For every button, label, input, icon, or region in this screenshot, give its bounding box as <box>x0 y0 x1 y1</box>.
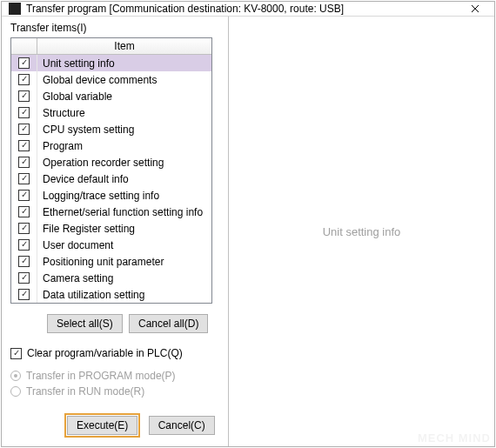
bottom-buttons: Execute(E) Cancel(C) <box>64 413 219 438</box>
row-check-cell <box>11 187 37 204</box>
transfer-items-label: Transfer items(I) <box>10 22 219 34</box>
row-item-label: Global device comments <box>37 74 211 86</box>
row-item-label: Program <box>37 140 211 152</box>
mode-run-label: Transfer in RUN mode(R) <box>26 385 144 398</box>
row-item-label: CPU system setting <box>37 124 211 136</box>
row-check-cell <box>11 104 37 121</box>
row-checkbox[interactable] <box>18 57 30 69</box>
close-button[interactable] <box>458 2 493 16</box>
table-row[interactable]: Positioning unit parameter <box>11 253 211 270</box>
row-checkbox[interactable] <box>18 289 30 300</box>
mode-program-row: Transfer in PROGRAM mode(P) <box>10 370 219 382</box>
items-grid: Item Unit setting infoGlobal device comm… <box>10 37 212 304</box>
table-row[interactable]: Operation recorder setting <box>11 154 211 171</box>
row-check-cell <box>11 71 37 88</box>
window: Transfer program [Communication destinat… <box>1 1 495 447</box>
watermark: MECH MIND <box>418 431 491 445</box>
mode-run-radio[interactable] <box>10 386 21 397</box>
close-icon <box>471 4 479 13</box>
mode-radios: Transfer in PROGRAM mode(P) Transfer in … <box>10 370 219 398</box>
table-row[interactable]: Global variable <box>11 88 211 104</box>
row-item-label: Ethernet/serial function setting info <box>37 206 211 218</box>
row-item-label: Positioning unit parameter <box>37 256 211 268</box>
table-row[interactable]: Global device comments <box>11 71 211 88</box>
clear-program-row[interactable]: Clear program/variable in PLC(Q) <box>10 347 219 359</box>
left-panel: Transfer items(I) Item Unit setting info… <box>2 17 228 446</box>
execute-button[interactable]: Execute(E) <box>67 416 137 435</box>
table-row[interactable]: Ethernet/serial function setting info <box>11 204 211 220</box>
mode-program-label: Transfer in PROGRAM mode(P) <box>26 370 176 382</box>
row-item-label: Operation recorder setting <box>37 157 211 169</box>
table-row[interactable]: Logging/trace setting info <box>11 187 211 204</box>
row-checkbox[interactable] <box>18 74 30 85</box>
preview-text: Unit setting info <box>323 225 401 238</box>
row-checkbox[interactable] <box>18 239 30 251</box>
grid-header: Item <box>11 38 211 55</box>
row-item-label: Unit setting info <box>37 57 211 70</box>
grid-header-item-col: Item <box>37 38 211 54</box>
row-checkbox[interactable] <box>18 190 30 201</box>
cancel-button[interactable]: Cancel(C) <box>149 416 215 435</box>
titlebar: Transfer program [Communication destinat… <box>2 2 494 17</box>
table-row[interactable]: CPU system setting <box>11 121 211 137</box>
row-checkbox[interactable] <box>18 107 30 118</box>
table-row[interactable]: Data utilization setting <box>11 286 211 303</box>
clear-program-label: Clear program/variable in PLC(Q) <box>27 347 183 359</box>
row-check-cell <box>11 286 37 303</box>
table-row[interactable]: Device default info <box>11 171 211 187</box>
row-check-cell <box>11 220 37 237</box>
app-icon <box>9 3 21 15</box>
row-checkbox[interactable] <box>18 124 30 135</box>
row-check-cell <box>11 171 37 187</box>
row-item-label: Logging/trace setting info <box>37 190 211 202</box>
table-row[interactable]: Camera setting <box>11 270 211 286</box>
row-check-cell <box>11 55 37 71</box>
cancel-all-button[interactable]: Cancel all(D) <box>129 314 208 333</box>
mid-buttons: Select all(S) Cancel all(D) <box>47 314 219 333</box>
table-row[interactable]: Unit setting info <box>11 55 211 71</box>
row-checkbox[interactable] <box>18 157 30 168</box>
table-row[interactable]: User document <box>11 237 211 253</box>
row-checkbox[interactable] <box>18 223 30 234</box>
row-item-label: Data utilization setting <box>37 289 211 301</box>
window-title: Transfer program [Communication destinat… <box>26 3 458 15</box>
row-checkbox[interactable] <box>18 173 30 184</box>
row-item-label: Global variable <box>37 90 211 103</box>
row-checkbox[interactable] <box>18 90 30 102</box>
row-check-cell <box>11 121 37 137</box>
row-checkbox[interactable] <box>18 272 30 284</box>
execute-highlight: Execute(E) <box>64 413 140 438</box>
row-item-label: Device default info <box>37 173 211 185</box>
row-check-cell <box>11 270 37 286</box>
row-check-cell <box>11 253 37 270</box>
row-item-label: Camera setting <box>37 272 211 284</box>
row-item-label: Structure <box>37 107 211 119</box>
preview-panel: Unit setting info MECH MIND <box>228 17 494 446</box>
row-item-label: User document <box>37 239 211 251</box>
table-row[interactable]: Structure <box>11 104 211 121</box>
table-row[interactable]: File Register setting <box>11 220 211 237</box>
table-row[interactable]: Program <box>11 137 211 154</box>
row-checkbox[interactable] <box>18 256 30 267</box>
row-check-cell <box>11 154 37 171</box>
row-check-cell <box>11 237 37 253</box>
mode-run-row: Transfer in RUN mode(R) <box>10 385 219 398</box>
grid-body: Unit setting infoGlobal device commentsG… <box>11 55 211 303</box>
row-check-cell <box>11 204 37 220</box>
clear-program-checkbox[interactable] <box>10 348 22 359</box>
grid-header-check-col <box>11 38 37 54</box>
row-check-cell <box>11 137 37 154</box>
row-item-label: File Register setting <box>37 223 211 235</box>
body: Transfer items(I) Item Unit setting info… <box>2 17 494 446</box>
mode-program-radio[interactable] <box>10 371 21 381</box>
row-check-cell <box>11 88 37 104</box>
row-checkbox[interactable] <box>18 206 30 217</box>
row-checkbox[interactable] <box>18 140 30 151</box>
select-all-button[interactable]: Select all(S) <box>47 314 123 333</box>
